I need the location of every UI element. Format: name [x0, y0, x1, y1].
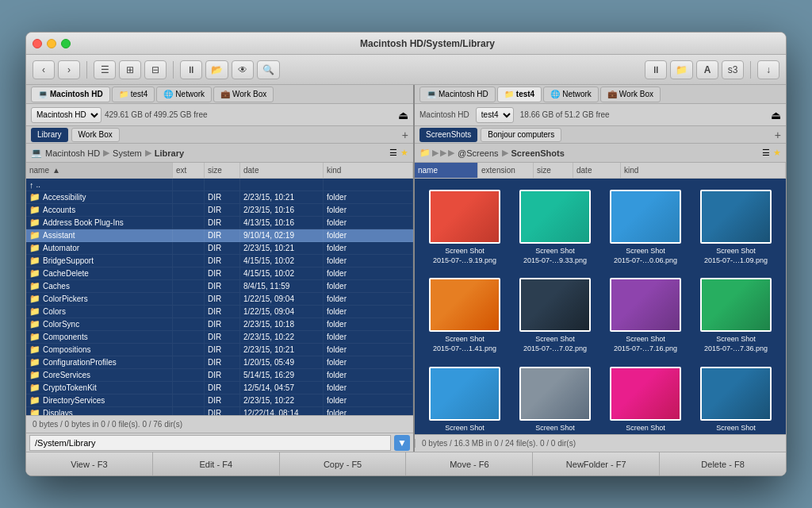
- funckey-button[interactable]: View - F3: [26, 452, 153, 475]
- right-tab-workbox[interactable]: 💼 Work Box: [600, 87, 661, 102]
- thumbnail-item[interactable]: Screen Shot2015-07-…7.02.png: [513, 275, 597, 356]
- left-file-row[interactable]: 📁ComponentsDIR2/23/15, 10:22folder: [26, 331, 413, 344]
- right-col-date[interactable]: date: [573, 163, 621, 178]
- right-path-item-screenshots[interactable]: ScreenShots: [510, 148, 566, 158]
- left-path-star-icon[interactable]: ★: [400, 148, 408, 158]
- left-path-input[interactable]: [29, 435, 391, 451]
- thumbnail-item[interactable]: Screen Shot2015-07-…0.06.png: [603, 187, 688, 268]
- browse-button[interactable]: 📂: [205, 60, 228, 79]
- left-tab-test4[interactable]: 📁 test4: [112, 87, 155, 102]
- forward-button[interactable]: ›: [58, 60, 80, 79]
- left-path-item-system[interactable]: System: [111, 148, 144, 158]
- left-path-item-library[interactable]: Library: [153, 148, 186, 158]
- left-add-panel[interactable]: +: [402, 129, 408, 141]
- left-tab-workbox[interactable]: 💼 Work Box: [213, 87, 274, 102]
- thumbnail-label: Screen Shot2015-07-…9.33.png: [523, 247, 587, 265]
- right-col-name[interactable]: name: [415, 163, 478, 178]
- left-file-row[interactable]: 📁ColorSyncDIR2/23/15, 10:18folder: [26, 318, 413, 331]
- left-tab-network[interactable]: 🌐 Network: [156, 87, 212, 102]
- left-panel-library[interactable]: Library: [31, 128, 68, 142]
- left-file-row[interactable]: ↑..: [26, 179, 413, 191]
- close-button[interactable]: [33, 39, 42, 48]
- right-col-ext[interactable]: extension: [478, 163, 534, 178]
- right-path-item-screens[interactable]: @Screens: [456, 148, 500, 158]
- left-file-row[interactable]: 📁Address Book Plug-InsDIR4/13/15, 10:16f…: [26, 217, 413, 229]
- right-tab-test4[interactable]: 📁 test4: [497, 87, 542, 102]
- funckey-button[interactable]: Copy - F5: [280, 452, 407, 475]
- left-file-row[interactable]: 📁ColorsDIR1/22/15, 09:04folder: [26, 306, 413, 318]
- back-button[interactable]: ‹: [33, 60, 55, 79]
- folder-button[interactable]: 📁: [670, 60, 693, 79]
- left-file-row[interactable]: 📁AutomatorDIR2/23/15, 10:21folder: [26, 242, 413, 255]
- left-col-size[interactable]: size: [205, 163, 240, 178]
- left-file-list[interactable]: ↑..📁AccessibilityDIR2/23/15, 10:21folder…: [26, 179, 413, 415]
- left-file-row[interactable]: 📁AccessibilityDIR2/23/15, 10:21folder: [26, 191, 413, 204]
- left-file-row[interactable]: 📁DirectoryServicesDIR2/23/15, 10:22folde…: [26, 394, 413, 407]
- binoculars-button[interactable]: 🔍: [257, 60, 280, 79]
- thumbnail-item[interactable]: Screen Shot2015-07-…1.41.png: [423, 275, 507, 356]
- right-tab-network[interactable]: 🌐 Network: [543, 87, 599, 102]
- left-file-row[interactable]: 📁CacheDeleteDIR4/15/15, 10:02folder: [26, 267, 413, 280]
- thumbnail-item[interactable]: Screen Shot2015-07-…8.16.png: [603, 364, 688, 434]
- window-title: Macintosh HD/System/Library: [75, 38, 779, 49]
- left-file-row[interactable]: 📁CompositionsDIR2/23/15, 10:21folder: [26, 344, 413, 356]
- left-file-row[interactable]: 📁ColorPickersDIR1/22/15, 09:04folder: [26, 293, 413, 306]
- minimize-button[interactable]: [47, 39, 56, 48]
- thumbnail-item[interactable]: Screen Shot2015-07-…8.00.png: [513, 364, 597, 434]
- toggle-button[interactable]: ⏸: [180, 60, 202, 79]
- thumbnail-item[interactable]: Screen Shot2015-07-…7.45.png: [423, 364, 507, 434]
- right-path-list-icon[interactable]: ☰: [762, 148, 770, 158]
- font-button[interactable]: A: [696, 60, 718, 79]
- right-path-star-icon[interactable]: ★: [773, 148, 781, 158]
- right-add-panel[interactable]: +: [775, 129, 781, 141]
- left-path-go-button[interactable]: ▼: [394, 435, 410, 451]
- left-file-row[interactable]: 📁ConfigurationProfilesDIR1/20/15, 05:49f…: [26, 356, 413, 369]
- left-file-row[interactable]: 📁DisplaysDIR12/22/14, 08:14folder: [26, 407, 413, 415]
- left-col-name[interactable]: name ▲: [26, 163, 173, 178]
- thumbnail-label: Screen Shot2015-07-…7.45.png: [433, 424, 496, 434]
- right-drive-select[interactable]: test4: [476, 107, 514, 123]
- right-panel-bonjour[interactable]: Bonjour computers: [481, 128, 561, 142]
- right-col-size[interactable]: size: [534, 163, 573, 178]
- list-view-button[interactable]: ☰: [94, 60, 116, 79]
- thumbnail-item[interactable]: Screen Shot2015-07-…7.16.png: [603, 275, 688, 356]
- left-path-list-icon[interactable]: ☰: [389, 148, 397, 158]
- right-col-kind[interactable]: kind: [621, 163, 786, 178]
- left-file-row[interactable]: 📁CoreServicesDIR5/14/15, 16:29folder: [26, 369, 413, 382]
- pause-button[interactable]: ⏸: [645, 60, 667, 79]
- maximize-button[interactable]: [61, 39, 71, 48]
- right-tab-macintosh[interactable]: 💻 Macintosh HD: [419, 87, 496, 102]
- left-drive-select[interactable]: Macintosh HD: [31, 107, 102, 123]
- left-file-row[interactable]: 📁AccountsDIR2/23/15, 10:16folder: [26, 204, 413, 217]
- left-col-kind[interactable]: kind: [324, 163, 413, 178]
- left-col-ext[interactable]: ext: [173, 163, 205, 178]
- funckey-button[interactable]: Delete - F8: [660, 452, 786, 475]
- funckey-button[interactable]: Move - F6: [406, 452, 533, 475]
- left-file-row[interactable]: 📁BridgeSupportDIR4/15/15, 10:02folder: [26, 255, 413, 267]
- thumbnail-item[interactable]: Screen Shot2015-07-…7.36.png: [694, 275, 778, 356]
- left-panel-workbox[interactable]: Work Box: [71, 128, 120, 142]
- thumbnail-image: [519, 278, 591, 332]
- right-panel-screenshots[interactable]: ScreenShots: [419, 128, 477, 142]
- medium-view-button[interactable]: ⊞: [119, 60, 141, 79]
- eye-button[interactable]: 👁: [232, 60, 254, 79]
- left-file-row[interactable]: 📁CachesDIR8/4/15, 11:59folder: [26, 280, 413, 293]
- left-file-row[interactable]: 📁CryptoTokenKitDIR12/5/14, 04:57folder: [26, 382, 413, 394]
- left-eject-button[interactable]: ⏏: [398, 109, 408, 121]
- thumbnail-item[interactable]: Screen Shot2015-07-…9.24.png: [694, 364, 778, 434]
- thumbnail-item[interactable]: Screen Shot2015-07-…1.09.png: [694, 187, 778, 268]
- left-tab-macintosh[interactable]: 💻 Macintosh HD: [31, 87, 110, 102]
- left-path-item-macintosh[interactable]: Macintosh HD: [44, 148, 102, 158]
- funckey-button[interactable]: NewFolder - F7: [533, 452, 660, 475]
- thumbnail-item[interactable]: Screen Shot2015-07-…9.33.png: [513, 187, 597, 268]
- left-col-date[interactable]: date: [240, 163, 324, 178]
- download-button[interactable]: ↓: [757, 60, 779, 79]
- funckey-button[interactable]: Edit - F4: [153, 452, 280, 475]
- thumbnail-item[interactable]: Screen Shot2015-07-…9.19.png: [423, 187, 507, 268]
- right-eject-button[interactable]: ⏏: [771, 109, 781, 121]
- left-drive-bar: Macintosh HD 429.61 GB of 499.25 GB free…: [26, 104, 413, 126]
- thumbnails-grid[interactable]: Screen Shot2015-07-…9.19.png Screen Shot…: [415, 179, 786, 434]
- large-view-button[interactable]: ⊟: [144, 60, 167, 79]
- left-file-row[interactable]: 📁AssistantDIR9/10/14, 02:19folder: [26, 229, 413, 242]
- s3-button[interactable]: s3: [722, 60, 744, 79]
